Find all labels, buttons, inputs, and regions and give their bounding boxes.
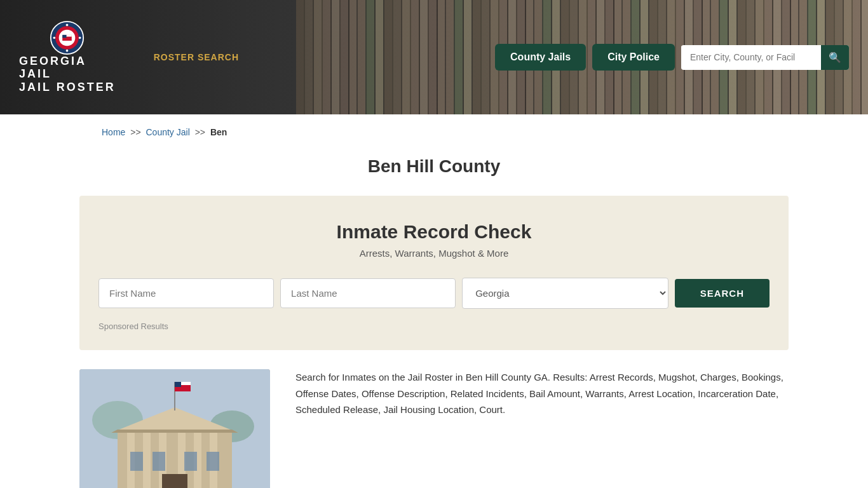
courthouse-svg xyxy=(79,369,270,488)
svg-point-5 xyxy=(66,49,69,51)
breadcrumb-current: Ben xyxy=(210,127,227,137)
breadcrumb: Home >> County Jail >> Ben xyxy=(0,114,868,150)
page-title: Ben Hill County xyxy=(0,156,868,177)
georgia-seal-icon: GA xyxy=(50,20,85,55)
svg-marker-22 xyxy=(111,430,238,433)
breadcrumb-sep2: >> xyxy=(195,127,205,137)
record-search-button[interactable]: SEARCH xyxy=(675,279,770,308)
state-select[interactable]: AlabamaAlaskaArizonaArkansasCaliforniaCo… xyxy=(462,278,668,309)
logo-line1: GEORGIA xyxy=(19,55,116,68)
svg-rect-31 xyxy=(175,382,181,387)
breadcrumb-home[interactable]: Home xyxy=(102,127,125,137)
svg-rect-26 xyxy=(207,452,219,471)
record-check-subtitle: Arrests, Warrants, Mugshot & More xyxy=(98,248,770,259)
header-search-bar: 🔍 xyxy=(681,45,849,70)
svg-rect-16 xyxy=(143,426,151,488)
courthouse-image xyxy=(79,369,270,488)
svg-rect-23 xyxy=(130,452,143,471)
svg-point-7 xyxy=(79,36,81,39)
inmate-record-section: Inmate Record Check Arrests, Warrants, M… xyxy=(79,196,789,350)
breadcrumb-sep1: >> xyxy=(130,127,140,137)
lower-content: Search for Inmates on the Jail Roster in… xyxy=(79,369,789,488)
first-name-input[interactable] xyxy=(98,278,274,308)
logo-text: GEORGIA JAIL JAIL ROSTER xyxy=(19,55,116,95)
city-police-button[interactable]: City Police xyxy=(592,44,675,71)
last-name-input[interactable] xyxy=(280,278,456,308)
logo-line2b: JAIL ROSTER xyxy=(19,81,116,94)
breadcrumb-county-jail[interactable]: County Jail xyxy=(146,127,190,137)
sponsored-results-label: Sponsored Results xyxy=(98,322,770,331)
svg-point-4 xyxy=(66,24,69,26)
page-title-area: Ben Hill County xyxy=(0,150,868,196)
roster-search-nav[interactable]: ROSTER SEARCH xyxy=(154,52,239,62)
site-logo: GA GEORGIA JAIL JAIL ROSTER xyxy=(19,20,116,95)
svg-rect-24 xyxy=(153,452,165,471)
county-jails-button[interactable]: County Jails xyxy=(495,44,586,71)
search-icon: 🔍 xyxy=(829,52,841,63)
logo-line2a: JAIL xyxy=(19,67,116,81)
header-right: County Jails City Police 🔍 xyxy=(495,44,849,71)
site-header: GA GEORGIA JAIL JAIL ROSTER ROSTER SEARC… xyxy=(0,0,868,114)
header-search-button[interactable]: 🔍 xyxy=(821,45,849,70)
svg-point-6 xyxy=(53,36,56,39)
svg-rect-25 xyxy=(184,452,197,471)
svg-rect-27 xyxy=(162,474,187,488)
record-check-title: Inmate Record Check xyxy=(98,221,770,243)
header-search-input[interactable] xyxy=(681,46,821,69)
record-search-form: AlabamaAlaskaArizonaArkansasCaliforniaCo… xyxy=(98,278,770,309)
svg-rect-10 xyxy=(63,35,67,38)
lower-description: Search for Inmates on the Jail Roster in… xyxy=(295,369,789,418)
